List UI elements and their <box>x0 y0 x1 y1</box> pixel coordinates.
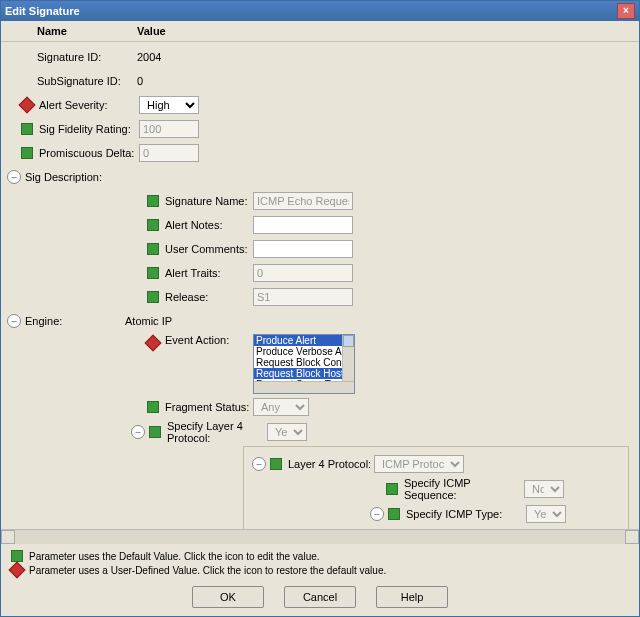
default-value-icon[interactable] <box>147 401 159 413</box>
value-signature-id: 2004 <box>137 51 161 63</box>
default-value-icon[interactable] <box>147 291 159 303</box>
row-event-action: Event Action: Produce Alert Produce Verb… <box>7 334 633 394</box>
default-value-icon[interactable] <box>147 195 159 207</box>
user-defined-icon[interactable] <box>145 335 162 352</box>
list-item[interactable]: Produce Verbose Alert <box>254 346 354 357</box>
l4-protocol-select[interactable]: ICMP Protocol <box>374 455 464 473</box>
row-specify-l4: – Specify Layer 4 Protocol: Yes <box>7 420 633 444</box>
value-engine: Atomic IP <box>125 315 172 327</box>
row-promiscuous-delta: Promiscuous Delta: <box>7 142 633 164</box>
l4-protocol-panel: – Layer 4 Protocol: ICMP Protocol Specif… <box>243 446 629 529</box>
default-value-icon[interactable] <box>21 147 33 159</box>
list-item[interactable]: Request Block Host <box>254 368 354 379</box>
list-item[interactable]: Request Block Connection <box>254 357 354 368</box>
default-value-icon[interactable] <box>388 508 400 520</box>
fragment-status-select[interactable]: Any <box>253 398 309 416</box>
label-subsignature-id: SubSignature ID: <box>37 75 137 87</box>
window-title: Edit Signature <box>5 5 80 17</box>
default-value-icon[interactable] <box>21 123 33 135</box>
label-specify-l4: Specify Layer 4 Protocol: <box>167 420 267 444</box>
default-value-icon <box>11 550 23 562</box>
default-value-icon[interactable] <box>386 483 398 495</box>
close-icon[interactable]: × <box>617 3 635 19</box>
scroll-left-icon[interactable] <box>1 530 15 544</box>
list-item[interactable]: Produce Alert <box>254 335 354 346</box>
row-alert-notes: Alert Notes: <box>7 214 633 236</box>
icmp-type-select[interactable]: Yes <box>526 505 566 523</box>
row-fragment-status: Fragment Status: Any <box>7 396 633 418</box>
default-value-icon[interactable] <box>149 426 161 438</box>
cancel-button[interactable]: Cancel <box>284 586 356 608</box>
default-value-icon[interactable] <box>147 219 159 231</box>
ok-button[interactable]: OK <box>192 586 264 608</box>
column-headers: Name Value <box>1 21 639 42</box>
scrollbar-horizontal[interactable] <box>1 529 639 544</box>
header-name: Name <box>37 25 137 37</box>
label-signature-name: Signature Name: <box>165 195 253 207</box>
label-l4-protocol: Layer 4 Protocol: <box>288 458 374 470</box>
alert-traits-input[interactable] <box>253 264 353 282</box>
dialog-body: Name Value Signature ID: 2004 SubSignatu… <box>1 21 639 616</box>
user-defined-icon[interactable] <box>19 97 36 114</box>
row-user-comments: User Comments: <box>7 238 633 260</box>
row-alert-severity: Alert Severity: High <box>7 94 633 116</box>
row-signature-name: Signature Name: <box>7 190 633 212</box>
label-fidelity: Sig Fidelity Rating: <box>39 123 139 135</box>
titlebar: Edit Signature × <box>1 1 639 21</box>
label-icmp-seq: Specify ICMP Sequence: <box>404 477 524 501</box>
label-alert-severity: Alert Severity: <box>39 99 139 111</box>
row-fidelity: Sig Fidelity Rating: <box>7 118 633 140</box>
alert-notes-input[interactable] <box>253 216 353 234</box>
label-signature-id: Signature ID: <box>37 51 137 63</box>
release-input[interactable] <box>253 288 353 306</box>
label-engine: Engine: <box>25 315 125 327</box>
row-alert-traits: Alert Traits: <box>7 262 633 284</box>
user-defined-icon <box>9 562 26 579</box>
fidelity-input[interactable] <box>139 120 199 138</box>
label-icmp-type: Specify ICMP Type: <box>406 508 526 520</box>
row-l4-protocol: – Layer 4 Protocol: ICMP Protocol <box>246 453 626 475</box>
alert-severity-select[interactable]: High <box>139 96 199 114</box>
collapse-toggle-icon[interactable]: – <box>7 314 21 328</box>
legend: Parameter uses the Default Value. Click … <box>1 544 639 580</box>
legend-default-text: Parameter uses the Default Value. Click … <box>29 551 320 562</box>
collapse-toggle-icon[interactable]: – <box>131 425 145 439</box>
label-alert-traits: Alert Traits: <box>165 267 253 279</box>
dialog-buttons: OK Cancel Help <box>1 580 639 616</box>
header-value: Value <box>137 25 166 37</box>
signature-name-input[interactable] <box>253 192 353 210</box>
default-value-icon[interactable] <box>270 458 282 470</box>
value-subsignature-id: 0 <box>137 75 143 87</box>
collapse-toggle-icon[interactable]: – <box>252 457 266 471</box>
scrollbar-horizontal[interactable] <box>254 381 354 393</box>
user-comments-input[interactable] <box>253 240 353 258</box>
default-value-icon[interactable] <box>147 267 159 279</box>
row-engine: – Engine: Atomic IP <box>7 310 633 332</box>
edit-signature-window: Edit Signature × Name Value Signature ID… <box>0 0 640 617</box>
row-icmp-seq: Specify ICMP Sequence: No <box>246 477 626 501</box>
scrollbar-vertical[interactable] <box>342 335 354 382</box>
default-value-icon[interactable] <box>147 243 159 255</box>
row-icmp-type: – Specify ICMP Type: Yes <box>246 503 626 525</box>
label-user-comments: User Comments: <box>165 243 253 255</box>
collapse-toggle-icon[interactable]: – <box>370 507 384 521</box>
event-action-listbox[interactable]: Produce Alert Produce Verbose Alert Requ… <box>253 334 355 394</box>
label-prom-delta: Promiscuous Delta: <box>39 147 139 159</box>
label-sig-description: Sig Description: <box>25 171 125 183</box>
parameters-area: Signature ID: 2004 SubSignature ID: 0 Al… <box>1 42 639 529</box>
legend-user-text: Parameter uses a User-Defined Value. Cli… <box>29 565 386 576</box>
row-sig-description: – Sig Description: <box>7 166 633 188</box>
icmp-seq-select[interactable]: No <box>524 480 564 498</box>
label-event-action: Event Action: <box>165 334 253 346</box>
collapse-toggle-icon[interactable]: – <box>7 170 21 184</box>
scroll-right-icon[interactable] <box>625 530 639 544</box>
specify-l4-select[interactable]: Yes <box>267 423 307 441</box>
row-subsignature-id: SubSignature ID: 0 <box>7 70 633 92</box>
row-signature-id: Signature ID: 2004 <box>7 46 633 68</box>
label-fragment-status: Fragment Status: <box>165 401 253 413</box>
label-alert-notes: Alert Notes: <box>165 219 253 231</box>
row-release: Release: <box>7 286 633 308</box>
help-button[interactable]: Help <box>376 586 448 608</box>
label-release: Release: <box>165 291 253 303</box>
prom-delta-input[interactable] <box>139 144 199 162</box>
